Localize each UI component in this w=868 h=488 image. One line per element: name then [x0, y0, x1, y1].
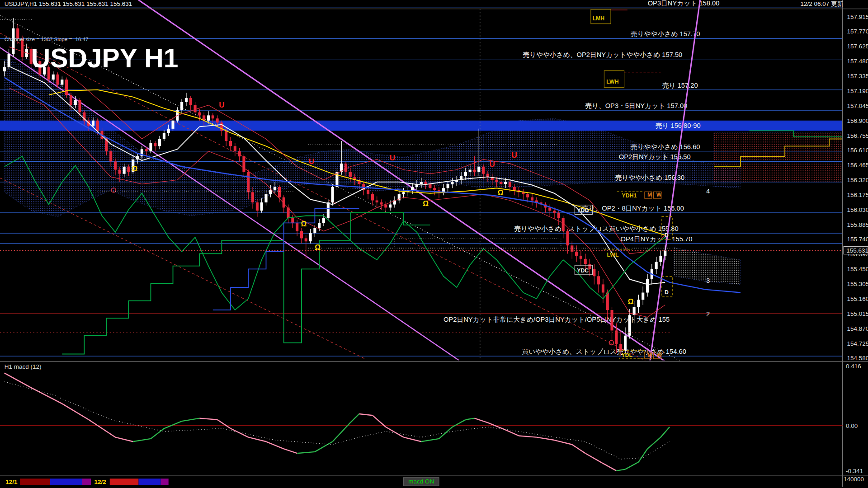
omega-marker: Ω: [301, 220, 307, 228]
candle-body: [123, 167, 126, 174]
candle-body: [610, 310, 613, 330]
candle-body: [509, 182, 511, 187]
candle-body: [238, 151, 241, 156]
candle-body: [659, 256, 662, 262]
candle-body: [92, 121, 94, 126]
current-price-badge: 155.631: [844, 247, 868, 254]
candle-body: [331, 187, 334, 202]
candle-body: [189, 98, 192, 105]
macd-base-label: 140000: [844, 476, 864, 483]
candle-body: [526, 194, 529, 197]
omega-marker: Ω: [315, 244, 321, 251]
candle-body: [185, 98, 188, 102]
candle-body: [327, 202, 330, 218]
price-axis-label: 157.915: [847, 14, 868, 20]
candle-body: [194, 105, 197, 113]
background: [0, 0, 868, 488]
candle-body: [580, 256, 582, 259]
candle-body: [167, 129, 170, 133]
candle-body: [464, 172, 467, 176]
candle-body: [597, 276, 600, 284]
candle-body: [291, 218, 294, 223]
session-segment: [82, 479, 91, 485]
u-marker: U: [512, 150, 517, 160]
level-annotation: 売りやや小さめ 156.60: [631, 143, 700, 150]
candle-body: [411, 187, 414, 190]
session-segment: [20, 479, 50, 485]
price-axis-label: 155.305: [847, 281, 868, 287]
candle-body: [3, 67, 6, 71]
price-axis-label: 157.045: [847, 103, 868, 109]
candle-body: [207, 115, 210, 120]
candle-body: [482, 167, 485, 174]
candle-body: [8, 54, 10, 67]
symbol-quote: USDJPY,H1 155.631 155.631 155.631 155.63…: [5, 0, 132, 7]
candle-body: [548, 207, 551, 211]
candle-body: [74, 100, 77, 105]
candle-body: [127, 167, 130, 172]
level-annotation: 売りやや小さめ、OP2日NYカットやや小さめ 157.50: [523, 51, 682, 58]
candle-body: [664, 250, 666, 256]
price-box-label: D: [665, 289, 669, 296]
candle-body: [247, 172, 250, 192]
wave-number: 4: [706, 188, 710, 195]
candle-body: [469, 169, 472, 172]
price-box-label: LWL: [607, 252, 619, 258]
price-box-label: D: [665, 232, 669, 239]
price-box-label: YDL: [621, 352, 632, 358]
candle-body: [114, 161, 117, 169]
candle-body: [557, 213, 560, 218]
candle-body: [477, 167, 480, 172]
price-axis-label: 156.175: [847, 192, 868, 198]
candle-body: [371, 194, 374, 201]
candle-body: [344, 164, 347, 172]
candle-body: [52, 75, 55, 80]
candle-body: [606, 293, 609, 310]
candle-body: [495, 180, 498, 182]
omega-marker: Ω: [132, 165, 138, 173]
candle-body: [420, 182, 423, 184]
watermark: USDJPY H1: [31, 43, 179, 73]
candle-body: [180, 102, 183, 110]
candle-body: [264, 194, 267, 202]
price-box-label: YDC: [577, 267, 589, 274]
candle-body: [588, 264, 591, 269]
candle-body: [447, 184, 449, 188]
candle-body: [584, 259, 587, 264]
candle-body: [305, 238, 307, 241]
macd-toggle-button-label[interactable]: macd ON: [408, 478, 434, 485]
level-annotation: 売りやや小さめ 157.70: [631, 30, 700, 38]
candle-body: [78, 100, 81, 112]
price-axis-label: 157.480: [847, 58, 868, 65]
candle-body: [251, 192, 254, 202]
candle-body: [118, 169, 121, 174]
price-box-label: LWH: [606, 79, 618, 85]
candle-body: [602, 284, 604, 292]
price-axis-label: 154.870: [847, 325, 868, 332]
price-axis-label: 156.465: [847, 162, 868, 169]
u-marker: U: [390, 153, 395, 162]
macd-panel-label: H1 macd (12): [5, 363, 42, 370]
candle-body: [260, 202, 263, 211]
candle-body: [296, 223, 298, 231]
price-box-label: W: [656, 352, 662, 358]
candle-body: [433, 188, 436, 190]
candle-body: [531, 197, 533, 201]
candle-body: [384, 205, 387, 208]
session-segment: [110, 479, 139, 485]
price-axis-label: 154.725: [847, 340, 868, 347]
session-segment: [139, 479, 161, 485]
macd-toggle-button[interactable]: macd ON: [404, 478, 439, 486]
level-annotation: OP3日NYカット 158.00: [648, 0, 720, 7]
level-annotation: 売り 157.20: [662, 82, 698, 89]
candle-body: [402, 192, 405, 194]
candle-body: [376, 200, 378, 202]
band-right-red: [714, 133, 864, 182]
candle-body: [163, 133, 165, 139]
price-axis-label: 157.770: [847, 28, 868, 35]
level-annotation: 売りやや小さめ 156.30: [615, 174, 684, 181]
date-label-2: 12/2: [94, 479, 106, 485]
chart-canvas[interactable]: OP3日NYカット 158.00売りやや小さめ 157.70売りやや小さめ、OP…: [0, 0, 868, 488]
candle-body: [269, 190, 272, 194]
candle-body: [256, 202, 259, 211]
